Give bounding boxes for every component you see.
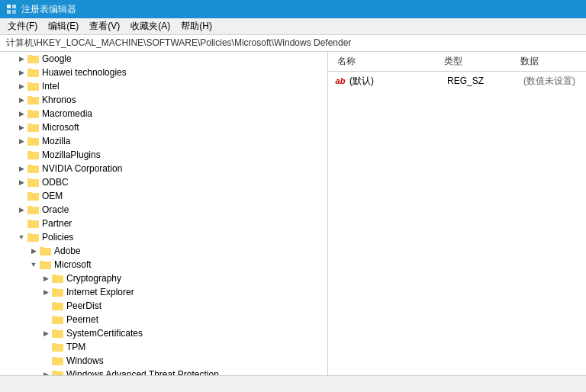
tree-item-policies[interactable]: Policies <box>0 230 327 244</box>
svg-rect-11 <box>27 96 32 98</box>
right-panel-header: 名称 类型 数据 <box>328 52 586 72</box>
tree-item-peerdist[interactable]: PeerDist <box>0 299 327 313</box>
svg-rect-4 <box>27 56 39 63</box>
folder-icon-oem <box>27 191 40 201</box>
svg-rect-29 <box>27 220 32 221</box>
tree-item-oem[interactable]: OEM <box>0 189 327 203</box>
svg-rect-8 <box>27 83 39 91</box>
tree-item-windows[interactable]: Windows <box>0 354 327 368</box>
tree-item-odbc[interactable]: ODBC <box>0 175 327 189</box>
svg-rect-32 <box>40 248 51 255</box>
svg-rect-12 <box>27 111 39 118</box>
expander-microsoft-sw[interactable] <box>15 121 27 133</box>
svg-rect-31 <box>27 233 32 235</box>
svg-rect-24 <box>27 193 39 201</box>
reg-name-default: (默认) <box>349 75 447 88</box>
tree-label-policies: Policies <box>42 232 73 243</box>
folder-icon-tpm <box>52 342 64 352</box>
tree-item-intel[interactable]: Intel <box>0 79 327 93</box>
expander-cryptography[interactable] <box>40 272 52 284</box>
tree-label-microsoft-pol: Microsoft <box>54 259 92 270</box>
tree-label-google: Google <box>42 53 72 64</box>
folder-icon-internet-explorer <box>52 287 64 297</box>
expander-huawei[interactable] <box>15 66 27 79</box>
expander-macromedia[interactable] <box>15 108 27 120</box>
menu-help[interactable]: 帮助(H) <box>176 18 217 34</box>
expander-oracle[interactable] <box>15 204 27 216</box>
tree-label-intel: Intel <box>42 81 60 92</box>
svg-rect-51 <box>52 371 56 372</box>
tree-panel[interactable]: Google Huawei technologies Intel Khronos <box>0 52 328 375</box>
expander-intel[interactable] <box>15 80 27 92</box>
menu-view[interactable]: 查看(V) <box>85 18 124 34</box>
tree-label-odbc: ODBC <box>42 177 69 188</box>
tree-item-microsoft-pol[interactable]: Microsoft <box>0 258 327 272</box>
tree-item-khronos[interactable]: Khronos <box>0 93 327 107</box>
expander-systemcertificates[interactable] <box>40 327 52 339</box>
right-panel: 名称 类型 数据 ab (默认) REG_SZ (数值未设置) <box>328 52 586 375</box>
svg-rect-30 <box>27 234 39 242</box>
expander-windows-atp[interactable] <box>40 368 52 375</box>
tree-label-oem: OEM <box>42 191 63 201</box>
svg-rect-16 <box>27 138 39 146</box>
expander-policies[interactable] <box>15 231 27 243</box>
tree-item-mozillaplugins[interactable]: MozillaPlugins <box>0 148 327 162</box>
registry-row-default[interactable]: ab (默认) REG_SZ (数值未设置) <box>328 73 586 88</box>
expander-odbc[interactable] <box>15 176 27 188</box>
tree-item-partner[interactable]: Partner <box>0 217 327 230</box>
menu-edit[interactable]: 编辑(E) <box>43 18 83 34</box>
tree-label-partner: Partner <box>42 218 72 229</box>
svg-rect-13 <box>27 110 32 111</box>
tree-item-cryptography[interactable]: Cryptography <box>0 272 327 285</box>
folder-icon-khronos <box>27 95 40 105</box>
svg-rect-42 <box>52 316 63 324</box>
tree-label-huawei: Huawei technologies <box>42 67 127 78</box>
svg-rect-21 <box>27 165 32 166</box>
tree-label-macromedia: Macromedia <box>42 108 92 119</box>
tree-item-systemcertificates[interactable]: SystemCertificates <box>0 326 327 340</box>
svg-rect-23 <box>27 178 32 180</box>
tree-label-oracle: Oracle <box>42 204 69 215</box>
tree-item-oracle[interactable]: Oracle <box>0 203 327 217</box>
svg-rect-39 <box>52 288 56 290</box>
tree-item-macromedia[interactable]: Macromedia <box>0 107 327 120</box>
menu-file[interactable]: 文件(F) <box>3 18 42 34</box>
folder-icon-microsoft-pol <box>40 259 52 270</box>
svg-rect-28 <box>27 220 39 228</box>
expander-google[interactable] <box>15 53 27 65</box>
folder-icon-partner <box>27 218 40 229</box>
svg-rect-27 <box>27 206 32 207</box>
folder-icon-huawei <box>27 67 40 78</box>
tree-item-mozilla[interactable]: Mozilla <box>0 134 327 148</box>
expander-internet-explorer[interactable] <box>40 286 52 298</box>
tree-item-nvidia[interactable]: NVIDIA Corporation <box>0 162 327 175</box>
menu-favorites[interactable]: 收藏夹(A) <box>126 18 175 34</box>
tree-label-nvidia: NVIDIA Corporation <box>42 163 122 174</box>
folder-icon-adobe <box>40 246 52 256</box>
expander-microsoft-pol[interactable] <box>27 259 40 271</box>
tree-item-adobe[interactable]: Adobe <box>0 244 327 258</box>
tree-item-google[interactable]: Google <box>0 52 327 66</box>
folder-icon-oracle <box>27 204 40 215</box>
tree-item-internet-explorer[interactable]: Internet Explorer <box>0 285 327 299</box>
folder-icon-systemcertificates <box>52 328 64 339</box>
tree-label-tpm: TPM <box>66 342 85 352</box>
svg-rect-33 <box>40 247 44 249</box>
tree-item-peernet[interactable]: Peernet <box>0 313 327 326</box>
folder-icon-cryptography <box>52 273 64 284</box>
expander-mozilla[interactable] <box>15 135 27 147</box>
svg-rect-48 <box>52 358 63 365</box>
tree-item-microsoft-sw[interactable]: Microsoft <box>0 120 327 134</box>
tree-item-huawei[interactable]: Huawei technologies <box>0 66 327 79</box>
expander-adobe[interactable] <box>27 245 40 257</box>
tree-item-tpm[interactable]: TPM <box>0 340 327 354</box>
svg-rect-41 <box>52 302 56 304</box>
expander-nvidia[interactable] <box>15 162 27 175</box>
svg-rect-6 <box>27 69 39 77</box>
svg-rect-26 <box>27 207 39 214</box>
folder-icon-peernet <box>52 314 64 325</box>
tree-item-windows-atp[interactable]: Windows Advanced Threat Protection <box>0 368 327 375</box>
col-header-type: 类型 <box>441 53 517 69</box>
expander-khronos[interactable] <box>15 94 27 106</box>
folder-icon-mozilla <box>27 136 40 146</box>
